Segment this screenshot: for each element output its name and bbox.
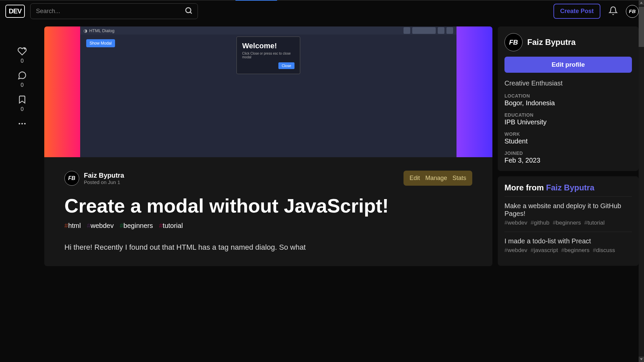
right-sidebar: FB Faiz Byputra Edit profile Creative En… xyxy=(498,26,639,266)
stats-button[interactable]: Stats xyxy=(452,175,466,182)
location-value: Bogor, Indonesia xyxy=(504,99,632,107)
more-from-author-link[interactable]: Faiz Byputra xyxy=(546,183,594,192)
search-wrapper xyxy=(30,3,198,19)
comment-button[interactable]: 0 xyxy=(17,71,27,88)
more-from-heading: More from Faiz Byputra xyxy=(504,183,632,196)
article-body-text: Hi there! Recently I found out that HTML… xyxy=(64,242,472,253)
more-item-tags: #webdev#github#beginners#tutorial xyxy=(504,220,632,226)
cover-tool-button xyxy=(404,27,410,34)
like-button[interactable]: 0 xyxy=(17,47,27,64)
demo-dialog: Welcome! Click Close or press esc to clo… xyxy=(236,37,300,74)
cover-tool-button xyxy=(446,27,453,34)
cover-tool-button xyxy=(412,27,436,34)
post-date: Posted on Jun 1 xyxy=(84,179,124,185)
article-main: ◑ HTML Dialog Show Modal Welcome! Click … xyxy=(44,26,492,266)
demo-dialog-close-button: Close xyxy=(278,62,294,69)
work-label: WORK xyxy=(504,131,632,137)
svg-line-1 xyxy=(190,12,192,13)
profile-name[interactable]: Faiz Byputra xyxy=(527,38,576,47)
work-value: Student xyxy=(504,137,632,145)
progress-bar xyxy=(0,0,644,1)
tag-tutorial[interactable]: #tutorial xyxy=(159,222,183,230)
dev-logo[interactable]: DEV xyxy=(5,5,25,18)
author-actions: Edit Manage Stats xyxy=(404,171,472,186)
svg-point-6 xyxy=(24,123,26,125)
author-avatar[interactable]: FB xyxy=(64,171,79,186)
scrollbar-up-arrow[interactable] xyxy=(639,0,644,5)
more-options-button[interactable] xyxy=(17,119,27,128)
svg-point-4 xyxy=(19,123,20,125)
more-item-title: Make a website and deploy it to GitHub P… xyxy=(504,202,632,218)
more-item[interactable]: Make a website and deploy it to GitHub P… xyxy=(504,196,632,232)
cover-tool-button xyxy=(438,27,444,34)
tag-webdev[interactable]: #webdev xyxy=(87,222,114,230)
more-from-card: More from Faiz Byputra Make a website an… xyxy=(498,176,639,266)
like-count: 0 xyxy=(21,58,24,64)
comment-count: 0 xyxy=(21,82,24,88)
joined-label: JOINED xyxy=(504,150,632,156)
bookmark-count: 0 xyxy=(21,106,24,112)
profile-bio: Creative Enthusiast xyxy=(504,79,632,87)
scrollbar-thumb[interactable] xyxy=(639,7,644,47)
author-name[interactable]: Faiz Byputra xyxy=(84,172,124,179)
edit-profile-button[interactable]: Edit profile xyxy=(504,57,632,73)
cover-image: ◑ HTML Dialog Show Modal Welcome! Click … xyxy=(44,26,492,157)
more-item-title: I made a todo-list with Preact xyxy=(504,237,632,245)
tags-row: #html#webdev#beginners#tutorial xyxy=(64,222,472,230)
tag-beginners[interactable]: #beginners xyxy=(120,222,153,230)
profile-card: FB Faiz Byputra Edit profile Creative En… xyxy=(498,26,639,171)
profile-avatar[interactable]: FB xyxy=(504,33,523,51)
reactions-sidebar: 0 0 0 xyxy=(5,26,39,266)
cover-header-text: HTML Dialog xyxy=(89,28,114,33)
demo-dialog-text: Click Close or press esc to close modal xyxy=(242,52,294,59)
search-icon[interactable] xyxy=(184,6,193,16)
education-label: EDUCATION xyxy=(504,112,632,118)
scrollbar[interactable] xyxy=(639,0,644,270)
site-header: DEV Create Post FB xyxy=(0,0,644,22)
location-label: LOCATION xyxy=(504,93,632,99)
svg-point-5 xyxy=(21,123,23,125)
more-item[interactable]: I made a todo-list with Preact#webdev#ja… xyxy=(504,232,632,259)
article-title: Create a modal without JavaScript! xyxy=(64,195,472,217)
tag-html[interactable]: #html xyxy=(64,222,81,230)
edit-button[interactable]: Edit xyxy=(410,175,420,182)
svg-point-0 xyxy=(186,7,191,12)
create-post-button[interactable]: Create Post xyxy=(553,4,600,19)
demo-show-modal-button: Show Modal xyxy=(86,39,115,47)
cover-logo-icon: ◑ xyxy=(84,28,87,33)
manage-button[interactable]: Manage xyxy=(425,175,447,182)
joined-value: Feb 3, 2023 xyxy=(504,157,632,164)
search-input[interactable] xyxy=(30,3,198,19)
demo-dialog-title: Welcome! xyxy=(242,42,294,50)
more-item-tags: #webdev#javascript#beginners#discuss xyxy=(504,247,632,254)
user-avatar[interactable]: FB xyxy=(626,5,639,18)
education-value: IPB University xyxy=(504,118,632,126)
bookmark-button[interactable]: 0 xyxy=(17,95,27,112)
notifications-button[interactable] xyxy=(606,3,621,19)
